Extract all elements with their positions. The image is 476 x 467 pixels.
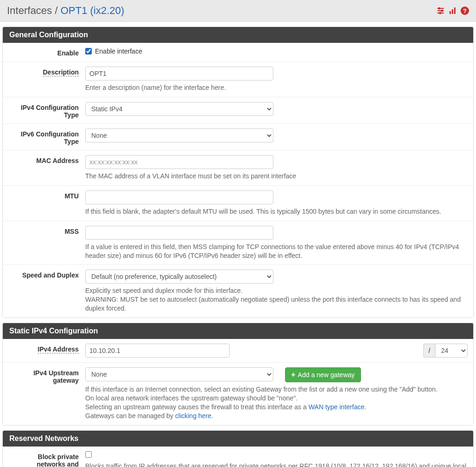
ipv4type-label: IPv4 Configuration Type	[8, 102, 85, 119]
panel-reserved: Reserved Networks Block private networks…	[2, 430, 474, 467]
enable-label: Enable	[8, 47, 85, 57]
add-gateway-button[interactable]: +Add a new gateway	[285, 367, 361, 382]
mss-input[interactable]	[85, 226, 273, 240]
speed-select[interactable]: Default (no preference, typically autose…	[85, 270, 273, 284]
panel-static: Static IPv4 Configuration IPv4 Address /…	[2, 323, 474, 426]
plus-icon: +	[291, 371, 295, 379]
svg-rect-7	[452, 9, 453, 14]
description-input[interactable]	[85, 67, 273, 81]
sliders-icon[interactable]	[436, 7, 445, 15]
speed-help: Explicitly set speed and duplex mode for…	[85, 286, 468, 313]
ipv4-slash: /	[423, 344, 435, 358]
mac-label: MAC Address	[8, 155, 85, 181]
ipv4-gateway-select[interactable]: None	[85, 367, 273, 381]
mac-help: The MAC address of a VLAN interface must…	[85, 172, 468, 181]
breadcrumb: Interfaces / OPT1 (ix2.20)	[7, 5, 124, 17]
chart-icon[interactable]	[449, 7, 457, 15]
page-header: Interfaces / OPT1 (ix2.20) ?	[0, 0, 476, 22]
speed-label: Speed and Duplex	[8, 270, 85, 313]
ipv4-address-input[interactable]	[85, 344, 230, 358]
enable-checkbox-label[interactable]: Enable interface	[95, 47, 142, 55]
description-label: Description	[8, 67, 85, 92]
svg-point-5	[440, 13, 441, 14]
mss-help: If a value is entered in this field, the…	[85, 243, 468, 260]
mss-label: MSS	[8, 226, 85, 260]
enable-checkbox[interactable]	[85, 48, 92, 54]
svg-point-4	[442, 10, 443, 12]
gateway-help: If this interface is an Internet connect…	[85, 385, 468, 420]
gateways-manage-link[interactable]: clicking here	[175, 412, 211, 420]
mtu-input[interactable]	[85, 190, 273, 204]
panel-general-heading: General Configuration	[3, 27, 473, 43]
ipv4-gateway-label: IPv4 Upstream gateway	[8, 367, 85, 420]
mtu-label: MTU	[8, 190, 85, 216]
ipv4-mask-select[interactable]: 24	[435, 344, 468, 358]
ipv4-address-label: IPv4 Address	[8, 344, 85, 358]
panel-static-heading: Static IPv4 Configuration	[3, 323, 473, 339]
ipv6type-label: IPv6 Configuration Type	[8, 129, 85, 145]
blockpriv-label: Block private networks and loopback addr…	[8, 451, 85, 467]
breadcrumb-link[interactable]: OPT1 (ix2.20)	[61, 5, 124, 16]
panel-reserved-heading: Reserved Networks	[3, 431, 473, 447]
blockpriv-help: Blocks traffic from IP addresses that ar…	[85, 462, 468, 467]
header-actions: ?	[436, 7, 469, 15]
description-help: Enter a description (name) for the inter…	[85, 83, 468, 92]
mtu-help: If this field is blank, the adapter's de…	[85, 207, 468, 216]
breadcrumb-root: Interfaces	[7, 5, 52, 16]
ipv6type-select[interactable]: None	[85, 129, 273, 142]
panel-general: General Configuration Enable Enable inte…	[2, 27, 474, 318]
help-icon[interactable]: ?	[461, 7, 469, 15]
blockpriv-checkbox[interactable]	[85, 451, 92, 458]
svg-point-3	[439, 8, 440, 9]
svg-rect-8	[454, 7, 456, 14]
svg-rect-6	[449, 11, 451, 14]
ipv4type-select[interactable]: Static IPv4	[85, 102, 273, 116]
wan-type-link[interactable]: WAN type interface	[308, 403, 364, 411]
mac-input[interactable]	[85, 155, 273, 169]
